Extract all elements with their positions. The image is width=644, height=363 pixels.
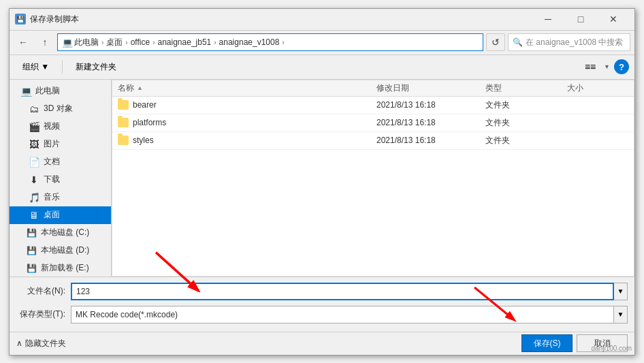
- sidebar-item-pictures[interactable]: 🖼 图片: [10, 136, 111, 153]
- file-content-area: 名称 ▲ 修改日期 类型 大小 bearer: [112, 80, 634, 277]
- filetype-input-wrapper: MK Recode code(*.mkcode) ▼: [71, 306, 628, 323]
- disk-c-icon: 💾: [26, 227, 37, 238]
- path-v1008: anaignae_v1008: [219, 37, 280, 47]
- sidebar-label-pictures: 图片: [44, 138, 60, 150]
- filetype-label: 保存类型(T):: [16, 309, 71, 320]
- filetype-value: MK Recode code(*.mkcode): [76, 310, 178, 319]
- pc-icon: 💻: [20, 86, 31, 97]
- file-row[interactable]: styles 2021/8/13 16:18 文件夹: [112, 132, 634, 150]
- address-bar: ← ↑ 💻 此电脑 › 桌面 › office › anaignae_jb51 …: [10, 31, 634, 55]
- filename-label: 文件名(N):: [16, 285, 71, 297]
- chevron-up-icon: ∧: [16, 338, 22, 348]
- sidebar-item-documents[interactable]: 📄 文档: [10, 153, 111, 171]
- sidebar-item-music[interactable]: 🎵 音乐: [10, 189, 111, 206]
- toolbar-divider: [62, 60, 63, 74]
- sidebar-label-video: 视频: [44, 121, 60, 132]
- sidebar-label-local-d: 本地磁盘 (D:): [41, 244, 89, 256]
- sidebar-item-video[interactable]: 🎬 视频: [10, 118, 111, 136]
- folder-icon: [118, 100, 129, 110]
- help-button[interactable]: ?: [614, 59, 629, 74]
- sidebar-label-music: 音乐: [44, 191, 60, 203]
- minimize-button[interactable]: ─: [532, 8, 564, 30]
- video-icon: 🎬: [29, 121, 39, 132]
- sidebar-label-3d: 3D 对象: [44, 103, 73, 114]
- sidebar-label-desktop: 桌面: [44, 209, 60, 221]
- 3d-icon: 🗂: [29, 104, 39, 114]
- col-header-name[interactable]: 名称 ▲: [112, 82, 371, 94]
- col-header-size[interactable]: 大小: [562, 82, 616, 94]
- folder-icon: [118, 136, 129, 145]
- filetype-dropdown-button[interactable]: ▼: [614, 306, 628, 323]
- disk-e-icon: 💾: [26, 263, 37, 274]
- new-folder-button[interactable]: 新建文件夹: [68, 58, 124, 76]
- path-desktop: 桌面: [106, 37, 123, 48]
- refresh-button[interactable]: ↺: [486, 33, 505, 51]
- sidebar-item-3d[interactable]: 🗂 3D 对象: [10, 100, 111, 118]
- path-jb51: anaignae_jb51: [158, 37, 212, 47]
- path-computer: 💻 此电脑: [62, 37, 99, 48]
- sidebar-label-documents: 文档: [44, 156, 60, 168]
- filetype-dropdown[interactable]: MK Recode code(*.mkcode): [71, 306, 614, 323]
- file-name-styles: styles: [112, 136, 371, 145]
- sidebar-item-local-c[interactable]: 💾 本地磁盘 (C:): [10, 224, 111, 242]
- search-box[interactable]: 🔍 在 anaignae_v1008 中搜索: [508, 33, 630, 51]
- path-arrow-4: ›: [214, 39, 216, 46]
- toolbar-right: ≡≡ ▼ ?: [581, 58, 629, 76]
- sidebar-item-local-e[interactable]: 💾 新加载卷 (E:): [10, 259, 111, 277]
- toolbar-left: 组织 ▼ 新建文件夹: [15, 58, 124, 76]
- hide-files-label: 隐藏文件夹: [25, 338, 66, 349]
- sidebar-label-thispc: 此电脑: [35, 85, 60, 97]
- path-arrow-2: ›: [125, 39, 127, 46]
- title-bar-left: 💾 保存录制脚本: [15, 14, 79, 25]
- filetype-row: 保存类型(T): MK Recode code(*.mkcode) ▼: [16, 304, 628, 325]
- file-type-platforms: 文件夹: [480, 117, 562, 129]
- pictures-icon: 🖼: [29, 139, 39, 150]
- filename-dropdown-button[interactable]: ▼: [614, 283, 628, 300]
- close-button[interactable]: ✕: [598, 8, 629, 30]
- downloads-icon: ⬇: [29, 174, 39, 185]
- save-button[interactable]: 保存(S): [521, 334, 573, 352]
- back-button[interactable]: ←: [14, 33, 33, 51]
- sidebar-label-downloads: 下载: [44, 174, 60, 185]
- organize-button[interactable]: 组织 ▼: [15, 58, 57, 76]
- path-arrow-3: ›: [152, 39, 155, 46]
- col-header-type[interactable]: 类型: [480, 82, 562, 94]
- folder-icon: [118, 118, 129, 127]
- disk-d-icon: 💾: [26, 245, 37, 256]
- filename-input[interactable]: [71, 283, 614, 300]
- file-date-styles: 2021/8/13 16:18: [371, 136, 480, 145]
- sidebar-item-local-d[interactable]: 💾 本地磁盘 (D:): [10, 242, 111, 259]
- save-dialog: 💾 保存录制脚本 ─ □ ✕ ← ↑ 💻 此电脑 › 桌面 › office ›…: [9, 8, 635, 356]
- cancel-button[interactable]: 取消: [577, 334, 628, 352]
- filename-input-wrapper: ▼: [71, 283, 628, 300]
- sidebar-item-downloads[interactable]: ⬇ 下载: [10, 171, 111, 189]
- path-arrow-1: ›: [101, 39, 103, 46]
- maximize-button[interactable]: □: [565, 8, 596, 30]
- col-size-label: 大小: [567, 83, 583, 93]
- footer-buttons: 保存(S) 取消: [521, 334, 628, 352]
- col-header-date[interactable]: 修改日期: [371, 82, 480, 94]
- desktop-icon: 🖥: [29, 210, 39, 221]
- bottom-form-area: 文件名(N): ▼ 保存类型(T): MK Recode code(*.mkco…: [10, 277, 634, 332]
- sidebar-item-desktop[interactable]: 🖥 桌面: [10, 206, 111, 224]
- file-date-bearer: 2021/8/13 16:18: [371, 100, 480, 110]
- view-dropdown-arrow: ▼: [604, 63, 610, 70]
- address-path[interactable]: 💻 此电脑 › 桌面 › office › anaignae_jb51 › an…: [57, 33, 483, 51]
- title-controls: ─ □ ✕: [532, 8, 629, 30]
- file-type-bearer: 文件夹: [480, 99, 562, 111]
- documents-icon: 📄: [29, 157, 39, 168]
- view-button[interactable]: ≡≡: [581, 58, 600, 76]
- file-row[interactable]: platforms 2021/8/13 16:18 文件夹: [112, 114, 634, 132]
- up-button[interactable]: ↑: [35, 33, 54, 51]
- filename-row: 文件名(N): ▼: [16, 281, 628, 302]
- title-bar: 💾 保存录制脚本 ─ □ ✕: [10, 9, 634, 31]
- dialog-title: 保存录制脚本: [30, 14, 79, 25]
- main-area: 💻 此电脑 🗂 3D 对象 🎬 视频 🖼 图片 📄 文档 ⬇ 下载: [10, 80, 634, 277]
- file-name-bearer: bearer: [112, 100, 371, 110]
- file-date-platforms: 2021/8/13 16:18: [371, 118, 480, 127]
- sidebar-item-thispc[interactable]: 💻 此电脑: [10, 82, 111, 100]
- dialog-icon: 💾: [15, 14, 26, 25]
- hide-files-button[interactable]: ∧ 隐藏文件夹: [16, 338, 66, 349]
- file-name-platforms: platforms: [112, 118, 371, 127]
- file-row[interactable]: bearer 2021/8/13 16:18 文件夹: [112, 97, 634, 114]
